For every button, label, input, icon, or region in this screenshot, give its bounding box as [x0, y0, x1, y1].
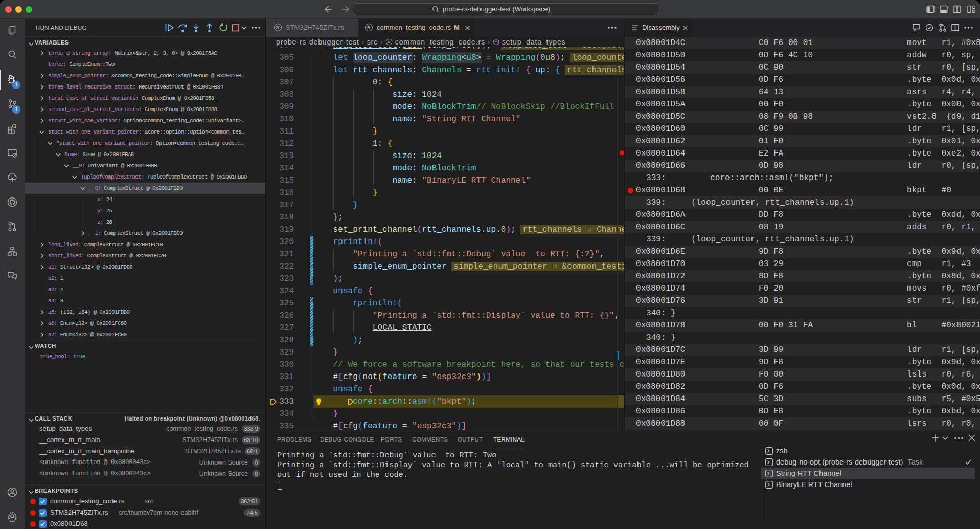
svg-text:R: R — [276, 25, 280, 30]
svg-text:R: R — [367, 25, 371, 30]
svg-text:R: R — [388, 40, 391, 45]
